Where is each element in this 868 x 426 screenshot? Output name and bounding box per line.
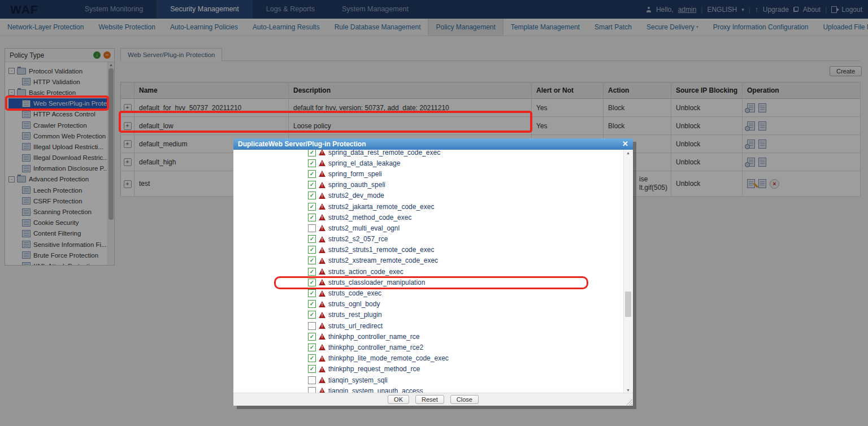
rule-label: struts_ognl_body — [328, 300, 380, 308]
rule-label: thinkphp_request_method_rce — [328, 365, 420, 373]
rule-item-thinkphp-controller-name-rce: thinkphp_controller_name_rce — [308, 331, 620, 342]
rule-label: thinkphp_controller_name_rce — [328, 333, 419, 341]
rule-item-struts2-struts1-remote-code-exec: struts2_struts1_remote_code_exec — [308, 245, 620, 255]
rule-checkbox[interactable] — [308, 311, 316, 319]
rule-label: struts_classloader_manipulation — [328, 279, 425, 286]
rule-label: struts2_method_code_exec — [328, 214, 411, 221]
rule-item-tianqin-system-unauth-access: tianqin_system_unauth_access — [308, 385, 620, 393]
rule-item-tianqin-system-sqli: tianqin_system_sqli — [308, 375, 620, 385]
rule-checkbox[interactable] — [308, 181, 316, 189]
warning-triangle-icon — [319, 225, 326, 231]
rule-checkbox[interactable] — [308, 300, 316, 308]
rule-label: spring_form_speli — [328, 170, 382, 178]
warning-triangle-icon — [319, 258, 326, 264]
warning-triangle-icon — [319, 268, 326, 275]
rule-item-struts-action-code-exec: struts_action_code_exec — [308, 266, 620, 277]
rule-checkbox[interactable] — [308, 365, 316, 373]
rule-item-struts2-dev-mode: struts2_dev_mode — [308, 190, 620, 201]
warning-triangle-icon — [319, 182, 326, 188]
warning-triangle-icon — [319, 150, 326, 155]
rule-label: spring_oauth_speli — [328, 181, 385, 189]
rule-item-struts-ognl-body: struts_ognl_body — [308, 299, 620, 310]
warning-triangle-icon — [319, 247, 326, 253]
warning-triangle-icon — [319, 193, 326, 199]
rule-checkbox[interactable] — [308, 333, 316, 341]
rule-label: struts2_struts1_remote_code_exec — [328, 246, 434, 254]
rule-label: spring_data_rest_remote_code_exec — [328, 150, 440, 157]
warning-triangle-icon — [319, 290, 326, 297]
rule-label: tianqin_system_sqli — [328, 376, 388, 384]
rule-label: thinkphp_controller_name_rce2 — [328, 344, 423, 351]
rule-checkbox[interactable] — [308, 344, 316, 351]
rule-checkbox[interactable] — [308, 376, 316, 384]
warning-triangle-icon — [319, 214, 326, 220]
scroll-up-icon[interactable]: ▲ — [624, 151, 632, 155]
reset-button[interactable]: Reset — [415, 395, 444, 404]
rule-label: struts2_jakarta_remote_code_exec — [328, 203, 434, 211]
rule-checkbox[interactable] — [308, 354, 316, 362]
warning-triangle-icon — [319, 160, 326, 166]
rule-checkbox[interactable] — [308, 257, 316, 264]
rule-checkbox[interactable] — [308, 159, 316, 167]
rule-item-thinkphp-controller-name-rce2: thinkphp_controller_name_rce2 — [308, 342, 620, 353]
rule-label: struts2_multi_eval_ognl — [328, 224, 400, 232]
dialog-scrollbar[interactable]: ▲ ▼ — [623, 150, 632, 393]
rule-item-struts2-xstream-remote-code-exec: struts2_xstream_remote_code_exec — [308, 255, 620, 266]
rule-item-spring-oauth-speli: spring_oauth_speli — [308, 180, 620, 190]
rule-item-struts-classloader-manipulation: struts_classloader_manipulation — [308, 277, 620, 288]
rule-checkbox[interactable] — [308, 224, 316, 232]
warning-triangle-icon — [319, 366, 326, 372]
scrollbar-thumb[interactable] — [625, 292, 631, 317]
dialog-title: DuplicateWeb Server/Plug-in Protection — [238, 140, 366, 148]
dialog-body: spring_data_rest_remote_code_execspring_… — [233, 150, 633, 393]
rule-item-thinkphp-lite-mode-remote-code-exec: thinkphp_lite_mode_remote_code_exec — [308, 353, 620, 364]
rule-checkbox[interactable] — [308, 279, 316, 286]
warning-triangle-icon — [319, 301, 326, 307]
dialog-footer: OK Reset Close — [233, 393, 633, 406]
warning-triangle-icon — [319, 279, 326, 285]
duplicate-protection-dialog: DuplicateWeb Server/Plug-in Protection ✕… — [233, 138, 633, 406]
ok-button[interactable]: OK — [388, 395, 409, 404]
scroll-down-icon[interactable]: ▼ — [624, 388, 632, 392]
rule-checkbox[interactable] — [308, 246, 316, 254]
waf-application: WAF System MonitoringSecurity Management… — [0, 0, 868, 426]
rule-item-struts2-s2-057-rce: struts2_s2_057_rce — [308, 234, 620, 245]
rule-item-spring-data-rest-remote-code-exec: spring_data_rest_remote_code_exec — [308, 150, 620, 158]
rule-label: struts_url_redirect — [328, 322, 383, 330]
rule-label: struts2_s2_057_rce — [328, 235, 388, 243]
dialog-titlebar[interactable]: DuplicateWeb Server/Plug-in Protection ✕ — [233, 138, 633, 150]
rule-checkbox[interactable] — [308, 322, 316, 330]
rule-checkbox[interactable] — [308, 268, 316, 276]
close-icon[interactable]: ✕ — [622, 138, 628, 150]
rule-label: struts_action_code_exec — [328, 268, 403, 276]
rule-checkbox[interactable] — [308, 150, 316, 157]
rule-item-struts2-jakarta-remote-code-exec: struts2_jakarta_remote_code_exec — [308, 201, 620, 212]
rule-item-spring-el-data-leakage: spring_el_data_leakage — [308, 158, 620, 168]
rule-checkbox[interactable] — [308, 203, 316, 211]
warning-triangle-icon — [319, 171, 326, 177]
rule-checklist: spring_data_rest_remote_code_execspring_… — [308, 150, 620, 393]
rule-checkbox[interactable] — [308, 289, 316, 297]
rule-checkbox[interactable] — [308, 170, 316, 178]
rule-label: struts2_xstream_remote_code_exec — [328, 257, 438, 264]
warning-triangle-icon — [319, 203, 326, 210]
rule-checkbox[interactable] — [308, 214, 316, 221]
rule-item-struts-url-redirect: struts_url_redirect — [308, 320, 620, 331]
rule-item-struts2-multi-eval-ognl: struts2_multi_eval_ognl — [308, 223, 620, 233]
rule-checkbox[interactable] — [308, 235, 316, 243]
warning-triangle-icon — [319, 377, 326, 383]
warning-triangle-icon — [319, 312, 326, 318]
rule-label: thinkphp_lite_mode_remote_code_exec — [328, 354, 449, 362]
rule-checkbox[interactable] — [308, 192, 316, 199]
warning-triangle-icon — [319, 355, 326, 362]
warning-triangle-icon — [319, 344, 326, 350]
close-button[interactable]: Close — [450, 395, 479, 404]
rule-label: struts_code_exec — [328, 289, 381, 297]
rule-label: struts_rest_plugin — [328, 311, 382, 319]
warning-triangle-icon — [319, 323, 326, 329]
rule-item-struts2-method-code-exec: struts2_method_code_exec — [308, 212, 620, 223]
rule-item-thinkphp-request-method-rce: thinkphp_request_method_rce — [308, 364, 620, 375]
warning-triangle-icon — [319, 236, 326, 242]
rule-item-struts-rest-plugin: struts_rest_plugin — [308, 310, 620, 320]
warning-triangle-icon — [319, 333, 326, 340]
